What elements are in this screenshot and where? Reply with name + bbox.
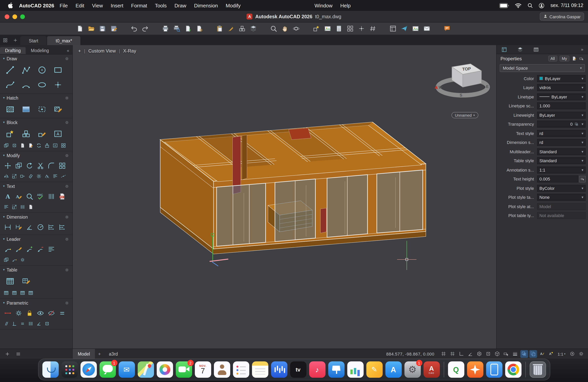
palette-section-header[interactable]: ▾Block	[0, 118, 72, 127]
add-palette-button[interactable]	[5, 351, 10, 357]
filter-all-button[interactable]: All	[548, 56, 557, 62]
palette-tab-drafting[interactable]: Drafting	[0, 47, 26, 54]
dock-app-store-icon[interactable]: A	[385, 361, 401, 378]
status-selection-cycling-button[interactable]	[529, 350, 537, 358]
tool-text-align-button[interactable]	[2, 203, 10, 211]
quick-select-icon[interactable]	[572, 56, 577, 61]
dock-contacts-icon[interactable]	[214, 361, 230, 378]
dock-draft-app-icon[interactable]: ✎	[366, 361, 382, 378]
toolbar-orbit-button[interactable]	[291, 24, 301, 33]
toolbar-insert-block-button[interactable]	[311, 24, 321, 33]
filter-my-button[interactable]: My	[559, 56, 569, 62]
tool-horizontal-constraint-button[interactable]	[19, 320, 26, 328]
dock-notes-icon[interactable]	[252, 361, 268, 378]
tool-break-button[interactable]	[60, 172, 67, 180]
tab-properties[interactable]	[501, 46, 507, 52]
palette-section-header[interactable]: ▾Modify	[0, 151, 72, 159]
dock-music-icon[interactable]: ♪	[309, 361, 325, 378]
tool-fillet-button[interactable]	[46, 160, 56, 171]
tab-drawing[interactable]: t0_max*	[47, 36, 81, 45]
section-settings-icon[interactable]	[64, 214, 69, 219]
dock-photos-icon[interactable]	[157, 361, 173, 378]
tool-scale-button[interactable]	[10, 172, 18, 180]
new-tab-button[interactable]	[10, 35, 20, 45]
tool-block-attributes-button[interactable]: A	[51, 142, 59, 149]
tool-equal-constraint-button[interactable]	[57, 307, 67, 319]
property-value-plot-style-ta[interactable]: None▾	[537, 194, 586, 201]
tool-insert-row-button[interactable]	[2, 289, 10, 297]
menu-modify[interactable]: Modify	[222, 2, 245, 8]
tool-line-button[interactable]	[2, 63, 18, 77]
palette-list-button[interactable]	[16, 351, 21, 357]
menu-file[interactable]: File	[56, 2, 72, 8]
tool-trim-button[interactable]	[35, 160, 45, 171]
status-customization-button[interactable]	[577, 350, 585, 358]
tool-edit-table-button[interactable]	[18, 274, 34, 288]
palette-section-header[interactable]: ▾Leader	[0, 235, 72, 243]
menu-window[interactable]: Window	[311, 2, 336, 8]
tool-coincident-constraint-button[interactable]	[43, 320, 51, 328]
tool-geometric-constraint-button[interactable]	[2, 307, 13, 319]
tool-hatch-edit-button[interactable]	[50, 102, 66, 116]
menu-draw[interactable]: Draw	[170, 2, 190, 8]
tool-multiline-text-button[interactable]: A	[2, 191, 13, 202]
tool-edit-dimension-button[interactable]	[13, 221, 24, 233]
palette-section-header[interactable]: ▾Draw	[0, 54, 72, 63]
tool-justify-text-button[interactable]	[19, 203, 26, 211]
property-value-annotation-s[interactable]: 1:1▾	[537, 167, 586, 173]
file-tabs-menu-icon[interactable]	[0, 35, 10, 45]
tool-find-text-button[interactable]	[24, 191, 35, 202]
section-settings-icon[interactable]	[64, 300, 69, 305]
menu-insert[interactable]: Insert	[107, 2, 127, 8]
dock-safari-icon[interactable]	[80, 361, 97, 378]
tool-align-button[interactable]	[51, 172, 59, 180]
dock-qgis-icon[interactable]: Q	[448, 361, 464, 378]
toolbar-new-drawing-button[interactable]	[75, 24, 85, 33]
status-annotation-autoscale-button[interactable]: A	[547, 350, 555, 358]
tab-start[interactable]: Start	[20, 36, 47, 45]
menu-clock[interactable]: sex. 7/11 09:12	[550, 3, 583, 8]
dock-trash-icon[interactable]	[529, 361, 546, 378]
dock-finder-icon[interactable]	[42, 361, 59, 378]
property-value-text-height[interactable]: 0.005	[537, 176, 578, 183]
menu-tools[interactable]: Tools	[151, 2, 171, 8]
section-settings-icon[interactable]	[64, 237, 69, 241]
tool-remove-leader-button[interactable]	[35, 244, 45, 255]
viewport-menu-control[interactable]: +	[78, 48, 81, 54]
palette-section-header[interactable]: ▾Parametric	[0, 299, 72, 307]
toolbar-match-properties-button[interactable]	[226, 24, 236, 33]
drawing-viewport[interactable]: + | Custom View | X-Ray W S E	[73, 45, 496, 349]
toolbar-attach-reference-button[interactable]	[322, 24, 333, 33]
property-value-lineweight[interactable]: ByLayer▾	[537, 112, 586, 119]
dock-maps-icon[interactable]	[137, 361, 154, 378]
property-value-plot-style[interactable]: ByColor▾	[537, 185, 586, 192]
status-grid-display-button[interactable]	[440, 350, 448, 358]
tool-columns-button[interactable]	[46, 191, 56, 202]
new-layout-button[interactable]: +	[95, 349, 104, 359]
toolbar-plot-preview-button[interactable]	[171, 24, 182, 33]
tool-rotate-button[interactable]	[24, 160, 35, 171]
dock-affinity-icon[interactable]	[467, 361, 483, 378]
tool-vertical-constraint-button[interactable]	[27, 320, 35, 328]
property-value-dimension-s[interactable]: rd▾	[537, 139, 586, 146]
property-value-multileader[interactable]: Standard▾	[537, 148, 586, 155]
3d-house-model[interactable]	[160, 122, 426, 266]
tool-edit-multileader-button[interactable]	[13, 244, 24, 255]
toolbar-email-button[interactable]	[421, 24, 432, 33]
tool-baseline-dimension-button[interactable]	[46, 221, 56, 233]
dock-mail-icon[interactable]: ✉	[118, 361, 135, 378]
tool-stretch-button[interactable]	[19, 172, 26, 180]
palette-section-header[interactable]: ▾Text	[0, 182, 72, 190]
toolbar-redo-button[interactable]	[140, 24, 150, 33]
palette-section-header[interactable]: ▾Table	[0, 266, 72, 274]
status-3d-object-snap-button[interactable]	[494, 350, 501, 358]
toolbar-share-drawing-button[interactable]	[399, 24, 409, 33]
tool-spell-check-button[interactable]: ABC	[35, 191, 45, 202]
tool-radius-dimension-button[interactable]	[35, 221, 45, 233]
named-view-pill[interactable]: Unnamed ▾	[451, 112, 478, 118]
toolbar-undo-button[interactable]	[129, 24, 139, 33]
status-annotation-scale-button[interactable]: 1:1▾	[556, 350, 567, 358]
tool-circle-button[interactable]	[34, 63, 50, 77]
tool-sync-attributes-button[interactable]	[35, 142, 43, 149]
tool-move-button[interactable]	[2, 160, 13, 171]
